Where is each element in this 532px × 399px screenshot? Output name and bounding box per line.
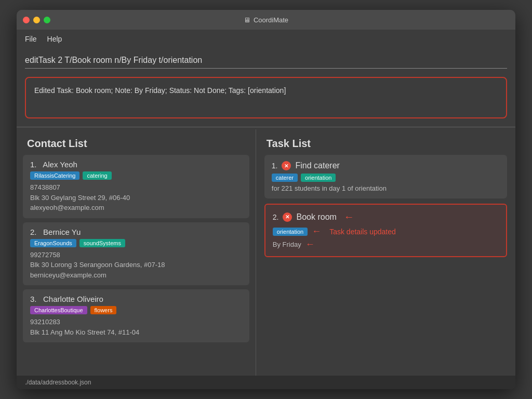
menu-bar: File Help <box>17 30 515 48</box>
task-status-icon <box>282 161 291 170</box>
contact-item: 1. Alex Yeoh RilassisCatering catering 8… <box>23 155 249 218</box>
title-bar: 🖥 CoordiMate <box>17 10 515 30</box>
arrow-annotation-name: ← <box>344 211 354 223</box>
task-tags: orientation <box>273 228 308 236</box>
maximize-button[interactable] <box>44 17 50 23</box>
task-list-scroll[interactable]: 1. Find caterer caterer orientation for … <box>256 155 515 376</box>
tag: orientation <box>273 228 308 236</box>
arrow-annotation-tag: ← <box>312 226 321 237</box>
contact-phone: 87438807 <box>30 182 242 193</box>
contact-phone: 93210283 <box>30 317 242 327</box>
contact-email: berniceyu@example.com <box>30 270 242 281</box>
tag: catering <box>83 171 111 180</box>
app-window: 🖥 CoordiMate File Help Edited Task: Book… <box>17 10 515 389</box>
task-item: 1. Find caterer caterer orientation for … <box>264 155 507 198</box>
contact-name: 2. Bernice Yu <box>30 228 242 236</box>
contact-tags: EragonSounds soundSystems <box>30 239 242 247</box>
task-panel: Task List 1. Find caterer caterer orient… <box>256 129 515 376</box>
tag: orientation <box>301 174 336 182</box>
contact-list-title: Contact List <box>17 129 256 155</box>
arrow-annotation-note: ← <box>305 239 315 250</box>
task-header: 2. Book room ← <box>273 211 499 223</box>
window-icon: 🖥 <box>244 16 250 24</box>
task-note: By Friday <box>273 241 301 248</box>
menu-help[interactable]: Help <box>47 35 62 43</box>
task-status-icon <box>283 212 292 222</box>
contact-name: 1. Alex Yeoh <box>30 160 242 169</box>
main-content: Contact List 1. Alex Yeoh RilassisCateri… <box>17 129 515 376</box>
contact-list-scroll[interactable]: 1. Alex Yeoh RilassisCatering catering 8… <box>17 155 256 376</box>
status-bar: ./data/addressbook.json <box>17 376 515 389</box>
update-label: Task details updated <box>329 228 396 236</box>
contact-tags: RilassisCatering catering <box>30 171 242 180</box>
close-button[interactable] <box>23 17 30 23</box>
contact-panel: Contact List 1. Alex Yeoh RilassisCateri… <box>17 129 256 376</box>
task-tags-annotated: orientation ← Task details updated <box>273 226 499 237</box>
task-header: 1. Find caterer <box>272 161 500 170</box>
tag: RilassisCatering <box>30 171 79 180</box>
contact-name: 3. Charlotte Oliveiro <box>30 295 242 303</box>
task-name: Find caterer <box>295 161 339 170</box>
contact-address: Blk 30 Geylang Street 29, #06-40 <box>30 193 242 203</box>
menu-file[interactable]: File <box>25 35 37 43</box>
contact-address: Blk 11 Ang Mo Kio Street 74, #11-04 <box>30 327 242 338</box>
task-name: Book room <box>296 212 336 222</box>
contact-tags: CharlottesBoutique flowers <box>30 306 242 314</box>
contact-email: alexyeoh@example.com <box>30 203 242 213</box>
contact-item: 3. Charlotte Oliveiro CharlottesBoutique… <box>23 289 249 342</box>
tag: EragonSounds <box>30 239 76 247</box>
output-text: Edited Task: Book room; Note: By Friday;… <box>34 85 498 96</box>
status-path: ./data/addressbook.json <box>25 379 91 386</box>
output-area: Edited Task: Book room; Note: By Friday;… <box>25 77 507 118</box>
task-list-title: Task List <box>256 129 515 155</box>
task-item-highlighted: 2. Book room ← orientation ← Task detail… <box>264 204 507 257</box>
command-area <box>17 48 515 75</box>
tag: CharlottesBoutique <box>30 306 87 314</box>
contact-address: Blk 30 Lorong 3 Serangoon Gardens, #07-1… <box>30 260 242 270</box>
tag: soundSystems <box>79 239 125 247</box>
task-tags: caterer orientation <box>272 174 500 182</box>
contact-phone: 99272758 <box>30 250 242 260</box>
task-note: for 221 students in day 1 of orientation <box>272 184 500 192</box>
traffic-lights <box>23 17 50 23</box>
task-note-annotated: By Friday ← <box>273 239 499 250</box>
divider <box>17 127 515 127</box>
command-input[interactable] <box>25 52 507 69</box>
contact-item: 2. Bernice Yu EragonSounds soundSystems … <box>23 222 249 286</box>
task-number: 2. <box>273 213 279 221</box>
tag: flowers <box>90 306 117 314</box>
window-title: 🖥 CoordiMate <box>244 16 288 24</box>
minimize-button[interactable] <box>33 17 40 23</box>
task-number: 1. <box>272 162 278 170</box>
tag: caterer <box>272 174 298 182</box>
